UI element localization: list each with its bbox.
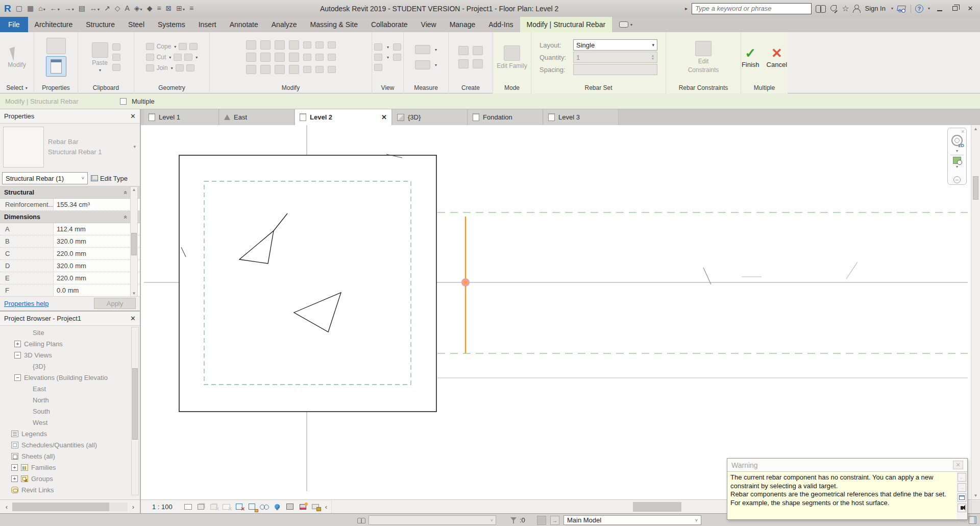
- geometry-tool-icon[interactable]: [176, 64, 184, 71]
- drag-elements-toggle[interactable]: [969, 516, 976, 524]
- project-browser-close-icon[interactable]: ✕: [130, 315, 136, 322]
- type-properties-button[interactable]: [46, 38, 66, 54]
- element-filter-dropdown[interactable]: Structural Rebar (1)˅: [2, 172, 88, 184]
- annotation-mark[interactable]: [846, 262, 857, 279]
- minimize-button[interactable]: [934, 4, 945, 13]
- view-tab-east[interactable]: East: [219, 109, 295, 125]
- close-view-icon[interactable]: ✕: [381, 113, 387, 121]
- expand-warning-dialog-icon[interactable]: [958, 493, 966, 502]
- property-row[interactable]: F0.0 mm: [0, 284, 140, 297]
- measure-length-icon[interactable]: [415, 45, 430, 54]
- edit-type-button[interactable]: Edit Type: [91, 175, 128, 182]
- drawing-canvas[interactable]: [141, 125, 971, 499]
- reveal-constraints-icon[interactable]: [310, 502, 321, 511]
- tree-item-revit-links[interactable]: Revit Links: [0, 484, 140, 495]
- viewbar-collapse-icon[interactable]: ‹: [325, 503, 327, 511]
- crop-view-icon[interactable]: ✕: [234, 502, 244, 511]
- override-graphics-icon[interactable]: [393, 43, 401, 51]
- switch-windows-icon[interactable]: ⊞▾: [176, 4, 185, 13]
- revit-logo-icon[interactable]: R: [4, 4, 11, 13]
- tab-view[interactable]: View: [414, 17, 443, 32]
- customize-qat-icon[interactable]: ≡: [189, 4, 193, 13]
- geometry-tool-icon[interactable]: [184, 54, 192, 61]
- ribbon-display-toggle[interactable]: ▾: [619, 17, 632, 32]
- type-selector-caret-icon[interactable]: ▾: [133, 144, 136, 149]
- tree-item-site[interactable]: Site: [0, 327, 140, 338]
- join-icon[interactable]: [146, 64, 154, 71]
- geometry-tool-icon[interactable]: [174, 54, 182, 61]
- view-tab-level-3[interactable]: Level 3: [544, 109, 619, 125]
- canvas-vscrollbar[interactable]: ▲ ▼: [971, 125, 980, 499]
- open-icon[interactable]: ▢: [16, 4, 22, 13]
- finish-button[interactable]: ✓Finish: [742, 46, 760, 68]
- scale-button[interactable]: 1 : 100: [152, 503, 173, 511]
- tree-expander[interactable]: −: [14, 374, 21, 381]
- drawing-area[interactable]: ✕ 2D ▾ ▾ −: [141, 125, 971, 499]
- search-icon[interactable]: [816, 5, 826, 12]
- user-icon[interactable]: [853, 5, 860, 12]
- section-dimensions[interactable]: Dimensions«: [0, 211, 140, 223]
- tree-item-west[interactable]: West: [0, 417, 140, 428]
- temporary-hide-isolate-icon[interactable]: [272, 502, 283, 511]
- tree-item-north[interactable]: North: [0, 394, 140, 405]
- redo-icon[interactable]: →▾: [64, 4, 74, 13]
- print-icon[interactable]: ▤: [79, 4, 85, 13]
- app-store-icon[interactable]: [897, 5, 906, 12]
- shadows-icon[interactable]: ✕: [221, 502, 232, 511]
- view-tab-fondation[interactable]: Fondation: [468, 109, 543, 125]
- split-icon[interactable]: [303, 41, 311, 49]
- temporary-view-properties-icon[interactable]: [285, 502, 296, 511]
- close-button[interactable]: ✕: [965, 4, 976, 13]
- dimension-icon[interactable]: [415, 60, 430, 69]
- tab-analyze[interactable]: Analyze: [265, 17, 304, 32]
- tree-item-groups[interactable]: +Groups: [0, 473, 140, 484]
- modify-tool-icon[interactable]: [315, 66, 324, 73]
- text-icon[interactable]: A: [125, 4, 129, 13]
- rebar-handle[interactable]: [463, 280, 469, 285]
- match-type-icon[interactable]: [112, 64, 120, 71]
- multiple-checkbox[interactable]: [120, 98, 127, 105]
- layout-dropdown[interactable]: Single▾: [573, 39, 657, 51]
- quantity-input[interactable]: 1▲▼: [573, 52, 657, 63]
- steering-wheel-icon[interactable]: [951, 135, 963, 146]
- browser-scrollbar[interactable]: [131, 327, 139, 495]
- apply-button[interactable]: Apply: [94, 298, 136, 309]
- offset-icon[interactable]: [260, 40, 271, 50]
- save-icon[interactable]: ▦: [27, 4, 34, 13]
- delete-icon[interactable]: [328, 66, 336, 73]
- communication-center-icon[interactable]: [830, 5, 838, 12]
- zoom-caret-icon[interactable]: ▾: [956, 164, 958, 169]
- sign-in-button[interactable]: Sign In: [865, 5, 885, 12]
- modify-tool-icon[interactable]: [303, 66, 311, 73]
- tree-item-sheets[interactable]: Sheets (all): [0, 450, 140, 462]
- properties-help-link[interactable]: Properties help: [4, 300, 48, 307]
- cancel-button[interactable]: ✕Cancel: [767, 46, 787, 68]
- pin-icon[interactable]: [328, 54, 336, 61]
- close-hidden-windows-icon[interactable]: ⊠: [166, 4, 172, 13]
- mirror-line-icon[interactable]: [289, 40, 299, 50]
- tab-massing-site[interactable]: Massing & Site: [304, 17, 364, 32]
- tree-item-legends[interactable]: Legends: [0, 428, 140, 439]
- undo-icon[interactable]: ←▾: [50, 4, 60, 13]
- modify-tool-icon[interactable]: [289, 65, 299, 74]
- spacing-input[interactable]: [573, 64, 657, 75]
- tree-expander[interactable]: +: [14, 341, 21, 347]
- properties-toggle-button[interactable]: [46, 56, 66, 77]
- default-3d-view-icon[interactable]: ◈▾: [134, 4, 142, 13]
- tab-architecture[interactable]: Architecture: [28, 17, 80, 32]
- navbar-close-icon[interactable]: ✕: [961, 129, 965, 134]
- geometry-tool-icon[interactable]: [179, 43, 187, 50]
- properties-scrollbar[interactable]: ▲ ▼: [130, 186, 138, 297]
- modify-tool-icon[interactable]: [275, 65, 285, 74]
- create-group-icon[interactable]: [458, 46, 469, 55]
- reveal-hidden-elements-icon[interactable]: [259, 502, 270, 511]
- filter-icon[interactable]: [510, 517, 517, 523]
- tree-item-3d[interactable]: {3D}: [0, 361, 140, 372]
- tree-item-east[interactable]: East: [0, 383, 140, 394]
- show-crop-region-icon[interactable]: [247, 502, 257, 511]
- exclude-options-icon[interactable]: →: [550, 516, 559, 525]
- scrollbar-thumb[interactable]: [131, 233, 137, 255]
- rotate-icon[interactable]: [275, 53, 285, 62]
- modify-tool-button[interactable]: Modify: [8, 46, 26, 68]
- create-parts-icon[interactable]: [473, 59, 483, 68]
